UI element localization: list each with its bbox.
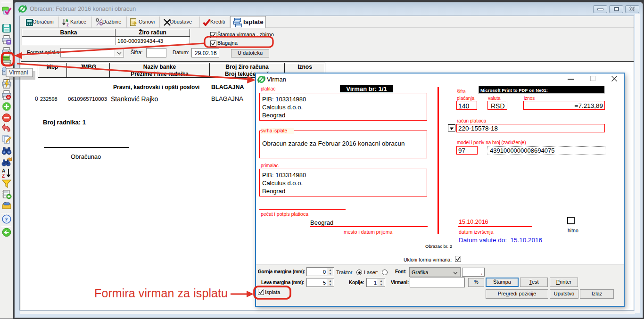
svg-text:Z: Z (2, 173, 5, 178)
svg-text:z: z (66, 22, 69, 27)
svg-text:A: A (2, 168, 5, 173)
svg-text:?: ? (5, 216, 8, 223)
